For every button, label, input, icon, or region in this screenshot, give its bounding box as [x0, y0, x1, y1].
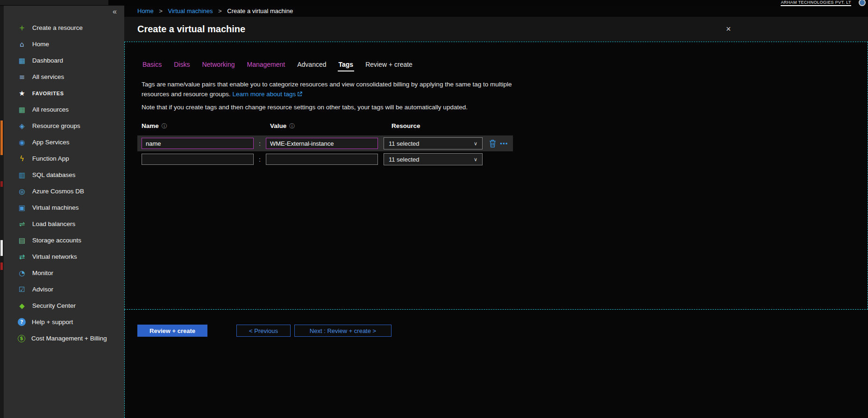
review-create-button[interactable]: Review + create	[137, 325, 207, 337]
sidebar-item-cost-management-billing[interactable]: $ Cost Management + Billing	[4, 330, 124, 347]
learn-more-link[interactable]: Learn more about tags	[232, 91, 302, 98]
info-icon[interactable]: ⓘ	[289, 123, 295, 129]
page-title: Create a virtual machine	[137, 17, 245, 41]
sidebar-item-sql-databases[interactable]: ▥ SQL databases	[4, 167, 124, 183]
sidebar-item-all-resources[interactable]: ▦ All resources	[4, 101, 124, 118]
sidebar-item-all-services[interactable]: ≡ All services	[4, 69, 124, 85]
main-content: Home > Virtual machines > Create a virtu…	[124, 5, 868, 418]
tags-description: Tags are name/value pairs that enable yo…	[142, 79, 515, 99]
tag-name-input[interactable]	[142, 138, 254, 149]
tag-value-input[interactable]	[266, 138, 378, 149]
breadcrumb-current: Create a virtual machine	[227, 7, 293, 14]
sidebar-item-label: Virtual machines	[32, 204, 79, 211]
tab-management[interactable]: Management	[246, 59, 286, 71]
sidebar-item-label: Create a resource	[32, 24, 83, 31]
virtual-networks-icon: ⇄	[18, 253, 26, 261]
sidebar-item-create-a-resource[interactable]: + Create a resource	[4, 20, 124, 36]
home-icon: ⌂	[18, 40, 26, 49]
sidebar-section-favorites: ★ FAVORITES	[4, 85, 124, 101]
top-bar: ARHAM TECHNOLOGIES PVT. LT	[0, 0, 868, 6]
sidebar-item-home[interactable]: ⌂ Home	[4, 36, 124, 52]
resource-dropdown[interactable]: 11 selected ∨	[384, 153, 483, 165]
previous-button[interactable]: < Previous	[236, 325, 291, 337]
sidebar-item-security-center[interactable]: ◆ Security Center	[4, 298, 124, 314]
sidebar-item-function-app[interactable]: ϟ Function App	[4, 150, 124, 167]
tag-separator: :	[254, 156, 266, 163]
sidebar-item-dashboard[interactable]: ▦ Dashboard	[4, 52, 124, 69]
storage-accounts-icon: ▤	[18, 236, 26, 245]
close-icon[interactable]: ×	[726, 17, 731, 41]
chevron-down-icon: ∨	[474, 141, 477, 147]
more-options-icon[interactable]: ⋯	[500, 141, 508, 146]
sidebar-item-label: Dashboard	[32, 57, 63, 64]
tags-table: : 11 selected ∨ ⋯ : 11 selected ∨	[137, 135, 513, 167]
resource-dropdown-value: 11 selected	[389, 140, 420, 147]
tag-row-empty: : 11 selected ∨	[137, 151, 513, 167]
advisor-icon: ☑	[18, 285, 26, 294]
breadcrumb: Home > Virtual machines > Create a virtu…	[137, 7, 293, 14]
resource-groups-icon: ◈	[18, 122, 26, 130]
sidebar-item-virtual-networks[interactable]: ⇄ Virtual networks	[4, 248, 124, 265]
tab-advanced[interactable]: Advanced	[296, 59, 327, 71]
sql-databases-icon: ▥	[18, 171, 26, 179]
sidebar-nav: + Create a resource ⌂ Home ▦ Dashboard ≡…	[4, 20, 124, 347]
dashboard-icon: ▦	[18, 57, 26, 65]
sidebar-item-help-support[interactable]: ? Help + support	[4, 314, 124, 330]
breadcrumb-separator: >	[159, 7, 163, 14]
wizard-tabs: Basics Disks Networking Management Advan…	[142, 59, 413, 71]
info-icon[interactable]: ⓘ	[162, 123, 167, 129]
tab-basics[interactable]: Basics	[142, 59, 163, 71]
sidebar-item-storage-accounts[interactable]: ▤ Storage accounts	[4, 232, 124, 248]
sidebar-item-resource-groups[interactable]: ◈ Resource groups	[4, 118, 124, 134]
external-link-icon	[297, 92, 302, 97]
resource-dropdown-value: 11 selected	[389, 156, 420, 163]
blade-header: Create a virtual machine ×	[124, 17, 868, 41]
sidebar-item-virtual-machines[interactable]: ▣ Virtual machines	[4, 199, 124, 216]
sidebar-item-load-balancers[interactable]: ⇌ Load balancers	[4, 216, 124, 232]
top-bar-search-area	[0, 0, 108, 5]
sidebar-item-label: Help + support	[32, 319, 73, 326]
next-button[interactable]: Next : Review + create >	[294, 325, 391, 337]
security-center-icon: ◆	[18, 302, 26, 310]
tab-disks[interactable]: Disks	[173, 59, 191, 71]
sidebar-item-label: Azure Cosmos DB	[32, 188, 84, 195]
edge-marker-red	[0, 181, 3, 187]
tag-row: : 11 selected ∨ ⋯	[137, 135, 513, 151]
star-icon: ★	[18, 89, 26, 98]
sidebar-item-label: Security Center	[32, 302, 76, 309]
sidebar-item-label: All resources	[32, 106, 69, 113]
sidebar-item-label: Home	[32, 41, 49, 48]
sidebar-item-label: Load balancers	[32, 220, 75, 227]
plus-icon: +	[18, 24, 26, 32]
column-header-value: Valueⓘ	[270, 122, 295, 130]
breadcrumb-home[interactable]: Home	[137, 7, 154, 14]
sidebar-item-monitor[interactable]: ◔ Monitor	[4, 265, 124, 281]
sidebar-item-azure-cosmos-db[interactable]: ◎ Azure Cosmos DB	[4, 183, 124, 199]
tags-description-text: Tags are name/value pairs that enable yo…	[142, 81, 512, 98]
sidebar-item-label: Storage accounts	[32, 237, 81, 244]
sidebar-item-app-services[interactable]: ◉ App Services	[4, 134, 124, 150]
avatar[interactable]	[859, 0, 866, 6]
tag-name-input[interactable]	[142, 154, 254, 165]
sidebar-item-label: SQL databases	[32, 171, 76, 178]
sidebar-item-advisor[interactable]: ☑ Advisor	[4, 281, 124, 298]
tab-review-create[interactable]: Review + create	[364, 59, 413, 71]
tab-tags[interactable]: Tags	[338, 59, 355, 71]
monitor-icon: ◔	[18, 269, 26, 277]
edge-marker-red	[0, 262, 3, 270]
all-resources-icon: ▦	[18, 106, 26, 114]
sidebar: « + Create a resource ⌂ Home ▦ Dashboard…	[4, 5, 124, 418]
cost-management-icon: $	[18, 335, 25, 342]
azure-portal-window: ARHAM TECHNOLOGIES PVT. LT « + Create a …	[0, 0, 868, 418]
tag-value-input[interactable]	[266, 154, 378, 165]
tenant-name[interactable]: ARHAM TECHNOLOGIES PVT. LT	[781, 0, 851, 6]
chevron-down-icon: ∨	[474, 156, 477, 163]
cosmos-db-icon: ◎	[18, 187, 26, 196]
resource-dropdown[interactable]: 11 selected ∨	[384, 137, 483, 149]
delete-tag-icon[interactable]	[489, 140, 496, 148]
function-app-icon: ϟ	[18, 155, 26, 163]
breadcrumb-virtual-machines[interactable]: Virtual machines	[168, 7, 213, 14]
sidebar-item-label: All services	[32, 73, 64, 80]
sidebar-collapse-button[interactable]: «	[113, 7, 117, 16]
tab-networking[interactable]: Networking	[201, 59, 235, 71]
